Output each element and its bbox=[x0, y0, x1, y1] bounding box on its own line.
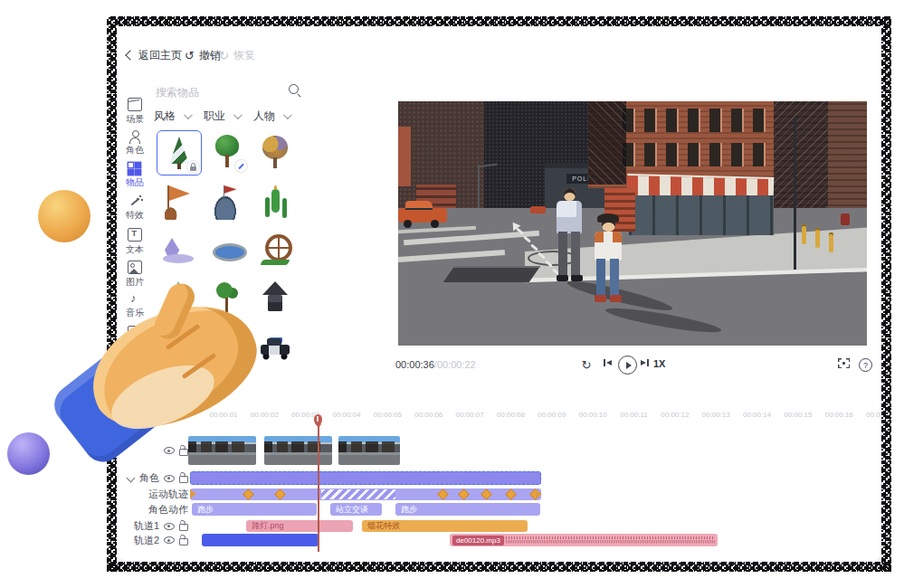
person-icon bbox=[128, 130, 141, 142]
track-name: 角色 bbox=[139, 471, 159, 485]
filter-occupation[interactable]: 职业 bbox=[204, 109, 240, 124]
clip-跑步[interactable]: 跑步 bbox=[395, 503, 540, 516]
grid-icon bbox=[128, 163, 141, 175]
grid-item-orange-flag[interactable] bbox=[157, 179, 200, 223]
playhead-handle[interactable] bbox=[314, 414, 322, 425]
sidebar-item-label: 图片 bbox=[126, 276, 144, 289]
sidebar-item-scene[interactable]: 场景 bbox=[121, 98, 148, 126]
ruler-tick: 00:00:17 bbox=[866, 411, 880, 419]
ruler-tick: 00:00:07 bbox=[456, 411, 484, 419]
ruler-tick: 00:00:12 bbox=[661, 411, 689, 419]
eye-icon[interactable] bbox=[164, 475, 175, 482]
track-label-motion: 运动轨迹 bbox=[118, 488, 190, 502]
pencil-icon bbox=[238, 163, 243, 168]
filter-style[interactable]: 风格 bbox=[154, 109, 190, 124]
screenshot-stage: 返回主页 ↺ 撤销 ↻ 恢复 场景角色物品特效文本图片音乐字幕 搜索物品 风格职… bbox=[0, 0, 904, 588]
sidebar-item-effects[interactable]: 特效 bbox=[121, 195, 148, 222]
autumn-tree-thumbnail bbox=[256, 133, 294, 171]
audio-waveform bbox=[506, 536, 715, 545]
track-label-track1: 轨道1 bbox=[118, 519, 190, 534]
collapse-chevron-icon[interactable] bbox=[127, 474, 136, 483]
track-label-action: 角色动作 bbox=[118, 502, 190, 517]
redo-button[interactable]: ↻ 恢复 bbox=[219, 47, 255, 63]
lock-icon[interactable] bbox=[179, 476, 188, 483]
ruler-tick: 00:00:13 bbox=[702, 411, 730, 419]
grid-item-cactus[interactable] bbox=[253, 179, 297, 223]
frame-border-top bbox=[107, 16, 891, 26]
sidebar-item-label: 物品 bbox=[126, 176, 144, 189]
grid-item-snow-pine-tree[interactable] bbox=[157, 130, 202, 175]
sidebar-item-label: 角色 bbox=[126, 144, 144, 156]
sidebar-item-character[interactable]: 角色 bbox=[121, 130, 148, 156]
loop-button[interactable]: ↻ bbox=[579, 358, 594, 372]
lock-icon bbox=[190, 166, 196, 171]
ruler-tick: 00:00:16 bbox=[825, 411, 853, 419]
sidebar-item-image[interactable]: 图片 bbox=[121, 261, 148, 289]
filter-label: 职业 bbox=[204, 109, 225, 124]
clip-跑步[interactable]: 跑步 bbox=[192, 503, 317, 516]
skip-forward-icon bbox=[641, 358, 650, 367]
motion-arrow-icon bbox=[536, 489, 542, 498]
fit-screen-button[interactable] bbox=[838, 358, 850, 368]
help-button[interactable]: ? bbox=[859, 358, 872, 372]
grid-item-green-tree[interactable] bbox=[205, 130, 249, 174]
clip-站立交谈[interactable]: 站立交谈 bbox=[330, 503, 382, 516]
sidebar-item-label: 文本 bbox=[126, 243, 144, 256]
grid-item-autumn-tree[interactable] bbox=[253, 130, 297, 174]
sidebar-item-label: 场景 bbox=[126, 113, 144, 126]
chevron-down-icon bbox=[233, 110, 243, 119]
grid-item-crystal-rocks[interactable] bbox=[157, 228, 200, 271]
sidebar-item-props[interactable]: 物品 bbox=[121, 163, 148, 189]
clip-路灯.png[interactable]: 路灯.png bbox=[246, 520, 353, 532]
search-icon[interactable] bbox=[289, 84, 299, 94]
track-label-char: 角色 bbox=[118, 471, 190, 486]
prev-frame-button[interactable] bbox=[601, 358, 614, 367]
frame-border-right bbox=[881, 16, 891, 572]
filter-person[interactable]: 人物 bbox=[253, 109, 290, 124]
video-thumbnail[interactable] bbox=[338, 436, 400, 465]
total-time: 00:00:22 bbox=[437, 359, 476, 370]
ruler-tick: 00:00:15 bbox=[784, 411, 812, 419]
cactus-thumbnail bbox=[256, 182, 294, 220]
lock-icon[interactable] bbox=[179, 538, 188, 545]
grid-item-flag-on-rock[interactable] bbox=[205, 179, 249, 223]
chevron-down-icon bbox=[283, 110, 292, 119]
water-wheel-thumbnail bbox=[256, 231, 294, 269]
text-icon bbox=[128, 228, 142, 242]
sidebar-item-text[interactable]: 文本 bbox=[121, 228, 148, 256]
orange-ball-decoration bbox=[38, 190, 90, 242]
undo-button[interactable]: ↺ 撤销 bbox=[185, 47, 221, 63]
filter-label: 风格 bbox=[154, 109, 176, 124]
timecode-display: 00:00:36/00:00:22 bbox=[395, 359, 476, 370]
ruler-tick: 00:00:14 bbox=[743, 411, 771, 419]
clip-烟花特效[interactable]: 烟花特效 bbox=[362, 520, 528, 532]
lock-icon[interactable] bbox=[179, 524, 188, 531]
track-name: 角色动作 bbox=[148, 503, 188, 517]
grid-item-water-wheel[interactable] bbox=[253, 228, 297, 271]
clip-track2[interactable] bbox=[202, 534, 319, 546]
eye-icon[interactable] bbox=[164, 523, 175, 530]
character-man bbox=[552, 188, 590, 302]
back-home-button[interactable]: 返回主页 bbox=[127, 47, 182, 63]
clip-char[interactable] bbox=[190, 471, 541, 485]
crystal-rocks-thumbnail bbox=[159, 231, 197, 269]
clip-de00120.mp3[interactable]: de00120.mp3 bbox=[450, 534, 718, 546]
grid-item-pond[interactable] bbox=[205, 228, 249, 271]
speed-button[interactable]: 1X bbox=[653, 358, 665, 369]
playhead-line[interactable] bbox=[318, 425, 319, 552]
back-home-label: 返回主页 bbox=[138, 48, 182, 63]
search-input[interactable]: 搜索物品 bbox=[152, 81, 300, 101]
wand-icon bbox=[128, 195, 141, 207]
track-name: 轨道1 bbox=[134, 519, 159, 533]
ruler-tick: 00:00:05 bbox=[374, 411, 402, 419]
motion-hatch-segment[interactable] bbox=[321, 489, 395, 499]
track-label-track2: 轨道2 bbox=[118, 533, 190, 547]
play-button[interactable] bbox=[618, 356, 637, 375]
eye-icon[interactable] bbox=[164, 536, 175, 544]
track-name: 运动轨迹 bbox=[148, 488, 188, 501]
video-preview-canvas[interactable]: POLICE bbox=[398, 101, 867, 346]
edit-badge bbox=[234, 159, 248, 173]
filter-label: 人物 bbox=[253, 109, 275, 124]
question-icon: ? bbox=[859, 358, 872, 372]
next-frame-button[interactable] bbox=[639, 358, 652, 367]
